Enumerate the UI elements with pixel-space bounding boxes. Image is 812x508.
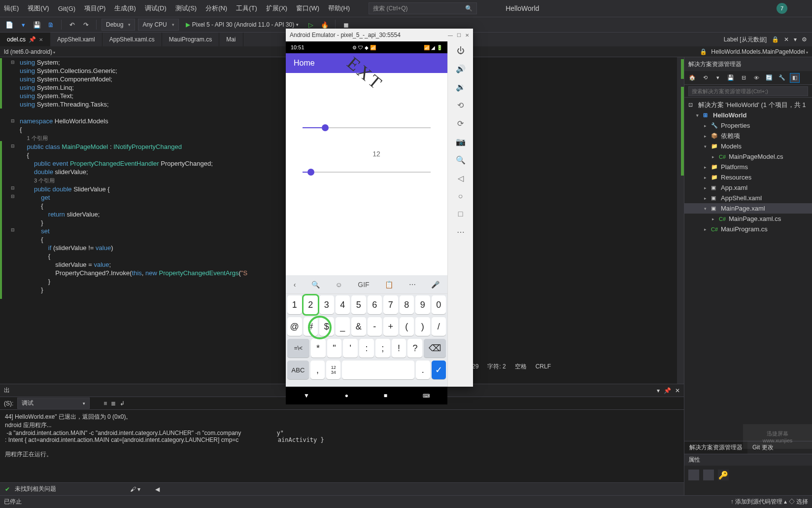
tree-mainpage-xaml-cs[interactable]: ▸ C# MainPage.xaml.cs bbox=[684, 214, 812, 224]
key-lparen[interactable]: ( bbox=[400, 317, 414, 336]
prop-sort-icon[interactable] bbox=[703, 470, 714, 480]
close-icon[interactable]: ✕ bbox=[675, 387, 680, 394]
tab-mauiprogram-cs[interactable]: MauiProgram.cs bbox=[162, 33, 219, 46]
chevron-right-icon[interactable]: ▸ bbox=[704, 175, 709, 180]
key-abc[interactable]: ABC bbox=[287, 361, 309, 379]
undo-icon[interactable]: ↶ bbox=[67, 19, 77, 30]
chevron-right-icon[interactable]: ▸ bbox=[712, 217, 717, 221]
close-icon[interactable]: ✕ bbox=[784, 36, 789, 43]
menu-window[interactable]: 窗口(W) bbox=[296, 4, 319, 13]
key-amp[interactable]: & bbox=[351, 317, 366, 336]
camera-icon[interactable]: 📷 bbox=[456, 137, 466, 146]
tab-appshell-xaml[interactable]: AppShell.xaml bbox=[50, 33, 102, 46]
emulator-titlebar[interactable]: Android Emulator - pixel_5_-_api_30:5554… bbox=[286, 29, 473, 41]
chevron-right-icon[interactable]: ▸ bbox=[704, 185, 709, 190]
menu-build[interactable]: 生成(B) bbox=[114, 4, 135, 13]
tree-deps[interactable]: ▸ 📦 依赖项 bbox=[684, 131, 812, 141]
open-icon[interactable]: ▾ bbox=[18, 19, 29, 30]
key-dollar[interactable]: $ bbox=[319, 317, 334, 336]
kb-more-icon[interactable]: ⋯ bbox=[409, 281, 416, 289]
key-squote[interactable]: ' bbox=[343, 339, 358, 358]
output-body[interactable]: 44] HelloWorld.exe" 已退出，返回值为 0 (0x0)。 nd… bbox=[0, 410, 684, 482]
tree-mainpage-xaml[interactable]: ▾ ▣ MainPage.xaml bbox=[684, 203, 812, 214]
fold-icon[interactable]: ⊟ bbox=[11, 58, 16, 67]
chevron-down-icon[interactable]: ▾ bbox=[704, 206, 709, 211]
key-space[interactable] bbox=[342, 361, 414, 379]
key-underscore[interactable]: _ bbox=[336, 317, 350, 336]
key-numpad[interactable]: 12 34 bbox=[326, 361, 340, 379]
kb-gif[interactable]: GIF bbox=[358, 281, 369, 289]
fold-icon[interactable]: ⊟ bbox=[11, 184, 16, 192]
fold-icon[interactable]: ⊟ bbox=[11, 142, 16, 150]
zoom-icon[interactable]: 🔍 bbox=[456, 155, 466, 165]
output-source-dropdown[interactable]: 调试 bbox=[17, 398, 90, 409]
toggle-icon[interactable]: ≣ bbox=[111, 400, 116, 407]
kb-search-icon[interactable]: 🔍 bbox=[311, 281, 320, 289]
key-4[interactable]: 4 bbox=[336, 295, 350, 314]
prop-pages-icon[interactable]: 🔑 bbox=[718, 470, 729, 480]
save-icon[interactable]: 💾 bbox=[32, 19, 42, 30]
menu-analyze[interactable]: 分析(N) bbox=[205, 4, 227, 13]
tree-platforms[interactable]: ▸ 📁 Platforms bbox=[684, 162, 812, 172]
key-excl[interactable]: ! bbox=[392, 339, 406, 358]
tree-solution[interactable]: ⊡ 解决方案 'HelloWorld' (1 个项目，共 1 bbox=[684, 100, 812, 110]
menu-project[interactable]: 项目(P) bbox=[84, 4, 105, 13]
config-dropdown[interactable]: Debug bbox=[102, 19, 135, 31]
sync-icon[interactable]: ⟲ bbox=[700, 73, 710, 83]
properties-icon[interactable]: 🔧 bbox=[777, 73, 787, 83]
tab-appshell-xaml-cs[interactable]: AppShell.xaml.cs bbox=[102, 33, 162, 46]
key-dquote[interactable]: " bbox=[327, 339, 342, 358]
key-2[interactable]: 2 bbox=[304, 295, 318, 314]
key-enter[interactable]: ✓ bbox=[432, 361, 446, 379]
chevron-right-icon[interactable]: ▸ bbox=[704, 165, 709, 170]
more-icon[interactable]: ⋯ bbox=[457, 227, 465, 237]
key-symbols[interactable]: =\< bbox=[287, 339, 309, 358]
show-all-icon[interactable]: 👁 bbox=[751, 73, 761, 83]
tree-mauiprogram-cs[interactable]: ▸ C# MauiProgram.cs bbox=[684, 224, 812, 234]
nav-recents-icon[interactable]: ■ bbox=[384, 392, 387, 399]
prop-category-icon[interactable] bbox=[688, 470, 699, 480]
save-icon[interactable]: 💾 bbox=[726, 73, 736, 83]
nav-keyboard-icon[interactable]: ⌨ bbox=[423, 393, 430, 399]
key-minus[interactable]: - bbox=[368, 317, 382, 336]
metadata-badge[interactable]: Label [从元数据] bbox=[724, 36, 767, 44]
chevron-right-icon[interactable]: ▸ bbox=[704, 227, 709, 232]
save-all-icon[interactable]: 🗎 bbox=[45, 19, 56, 30]
tab-model-cs[interactable]: odel.cs 📌 ✕ bbox=[0, 33, 50, 46]
key-dot[interactable]: . bbox=[416, 361, 430, 379]
kb-mic-icon[interactable]: 🎤 bbox=[431, 281, 440, 289]
breadcrumb-path[interactable]: HelloWorld.Models.MainPageModel bbox=[711, 48, 808, 55]
tab-mai[interactable]: Mai bbox=[219, 33, 243, 46]
close-icon[interactable]: ✕ bbox=[39, 37, 43, 42]
menu-test[interactable]: 测试(S) bbox=[175, 4, 197, 13]
fold-icon[interactable]: ⊟ bbox=[11, 226, 16, 234]
chevron-right-icon[interactable]: ▸ bbox=[704, 196, 709, 201]
nav-back-icon[interactable]: ▼ bbox=[304, 392, 309, 399]
source-control[interactable]: ↑ 添加到源代码管理 ▴ ◇ 选择 bbox=[731, 498, 808, 506]
key-6[interactable]: 6 bbox=[368, 295, 382, 314]
home-icon[interactable]: ○ bbox=[458, 192, 463, 201]
tree-properties[interactable]: ▸ 🔧 Properties bbox=[684, 120, 812, 131]
new-icon[interactable]: 📄 bbox=[4, 19, 15, 30]
chevron-right-icon[interactable]: ▸ bbox=[704, 123, 709, 128]
redo-icon[interactable]: ↷ bbox=[80, 19, 91, 30]
chevron-down-icon[interactable]: ▾ bbox=[704, 144, 709, 149]
avatar[interactable]: 7 bbox=[777, 3, 787, 14]
power-icon[interactable]: ⏻ bbox=[457, 46, 465, 55]
nav-home-icon[interactable]: ● bbox=[345, 392, 348, 399]
pin-icon[interactable]: 📌 bbox=[29, 36, 36, 43]
clear-icon[interactable]: ≡ bbox=[103, 400, 107, 407]
key-star[interactable]: * bbox=[311, 339, 326, 358]
android-content[interactable]: EXT 12 bbox=[286, 73, 447, 275]
refresh-icon[interactable]: 🔄 bbox=[764, 73, 774, 83]
fold-icon[interactable]: ⊟ bbox=[11, 192, 16, 201]
key-1[interactable]: 1 bbox=[287, 295, 302, 314]
key-8[interactable]: 8 bbox=[400, 295, 414, 314]
run-button[interactable]: ▶ Pixel 5 - API 30 (Android 11.0 - API 3… bbox=[182, 21, 303, 28]
back-icon[interactable]: ◁ bbox=[458, 174, 464, 183]
key-0[interactable]: 0 bbox=[432, 295, 446, 314]
search-box[interactable]: 搜索 (Ctrl+Q) 🔍 bbox=[369, 2, 477, 14]
indent-mode[interactable]: 空格 bbox=[515, 363, 527, 371]
home-icon[interactable]: 🏠 bbox=[687, 73, 697, 83]
menu-extensions[interactable]: 扩展(X) bbox=[266, 4, 287, 13]
